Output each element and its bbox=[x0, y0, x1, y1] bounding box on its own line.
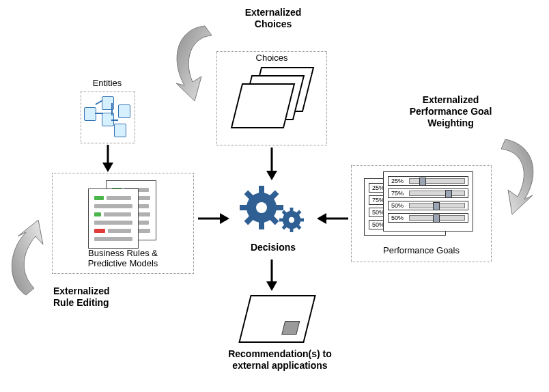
entity-diagram-icon bbox=[81, 92, 133, 141]
title-externalized-weighting: Externalized Performance Goal Weighting bbox=[382, 94, 519, 128]
svg-rect-16 bbox=[290, 208, 294, 212]
rules-label: Business Rules & Predictive Models bbox=[53, 249, 193, 269]
rules-box: Business Rules & Predictive Models bbox=[52, 173, 194, 274]
goals-label: Performance Goals bbox=[352, 246, 491, 256]
svg-marker-1 bbox=[102, 163, 113, 172]
slider-pct: 50% bbox=[391, 202, 409, 209]
decisions-area: Decisions bbox=[229, 179, 318, 254]
svg-rect-9 bbox=[275, 205, 283, 210]
svg-rect-19 bbox=[299, 219, 304, 222]
title-externalized-rule-editing: Externalized Rule Editing bbox=[53, 285, 156, 309]
decisions-label: Decisions bbox=[229, 242, 318, 253]
arrow-right-icon bbox=[197, 212, 231, 225]
choices-label: Choices bbox=[217, 53, 326, 64]
arrow-down-icon bbox=[265, 258, 279, 292]
recommendations-label: Recommendation(s) to external applicatio… bbox=[205, 348, 355, 372]
slider-row: 50% bbox=[388, 201, 468, 210]
arrow-down-icon bbox=[101, 143, 115, 173]
goals-box: 25% 75% 50% 50% 25% 75% bbox=[351, 165, 492, 262]
slider-pct: 50% bbox=[391, 214, 409, 221]
svg-rect-17 bbox=[290, 227, 294, 232]
arrow-left-icon bbox=[315, 212, 350, 225]
rules-card-icon bbox=[88, 188, 139, 249]
slider-row: 75% bbox=[388, 188, 468, 198]
entities-box bbox=[81, 92, 135, 143]
slider-row: 50% bbox=[388, 213, 468, 223]
recommendation-card-icon bbox=[238, 295, 315, 343]
svg-rect-7 bbox=[259, 221, 264, 229]
choices-box: Choices bbox=[216, 51, 327, 145]
arrow-to-goals-icon bbox=[492, 134, 549, 216]
slider-pct: 75% bbox=[391, 190, 409, 197]
svg-point-5 bbox=[256, 202, 267, 213]
arrow-down-icon bbox=[265, 146, 279, 182]
slider-row: 25% bbox=[388, 176, 468, 186]
goal-card-icon: 25% 75% 50% 50% bbox=[383, 171, 473, 232]
svg-marker-29 bbox=[266, 281, 277, 291]
entities-label: Entities bbox=[80, 79, 135, 89]
svg-rect-8 bbox=[240, 205, 248, 210]
gears-icon bbox=[229, 179, 318, 240]
svg-rect-18 bbox=[279, 219, 284, 222]
slider-pct: 25% bbox=[391, 178, 409, 184]
svg-rect-6 bbox=[259, 186, 264, 194]
svg-marker-27 bbox=[317, 213, 326, 224]
choice-card-icon bbox=[231, 83, 295, 128]
svg-point-15 bbox=[289, 217, 294, 223]
svg-marker-25 bbox=[220, 213, 229, 224]
